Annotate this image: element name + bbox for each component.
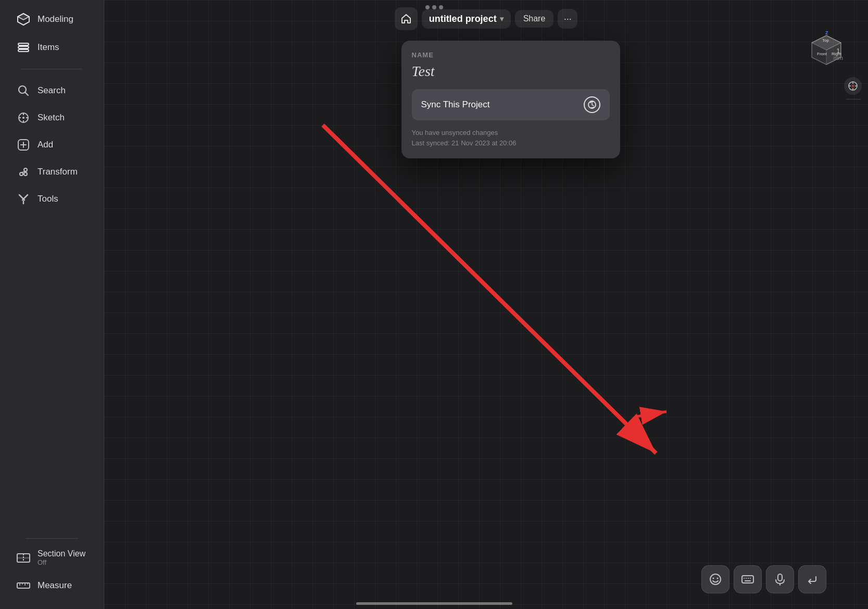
sidebar-label-add: Add (37, 140, 53, 150)
share-button[interactable]: Share (515, 10, 554, 28)
bottom-toolbar (701, 565, 826, 593)
sidebar-label-search: Search (37, 85, 66, 96)
sidebar-label-measure: Measure (37, 580, 72, 591)
sidebar-label-items: Items (37, 42, 59, 53)
svg-point-44 (852, 85, 854, 87)
sidebar-label-modeling: Modeling (37, 14, 73, 24)
mm-unit: mm (834, 55, 843, 61)
svg-line-25 (22, 195, 28, 200)
modeling-icon (16, 11, 31, 27)
sidebar: Modeling Items Search (0, 0, 104, 609)
svg-text:Top: Top (822, 38, 829, 43)
project-title-button[interactable]: untitled project ▾ (422, 9, 511, 29)
sidebar-item-add[interactable]: Add (8, 132, 95, 158)
mm-indicator: 1 mm (834, 47, 843, 61)
section-view-title: Section View (37, 549, 85, 558)
svg-point-50 (713, 578, 714, 579)
name-value: Test (412, 63, 610, 80)
svg-point-20 (20, 172, 23, 176)
project-dropdown: NAME Test Sync This Project You have uns… (401, 41, 620, 158)
sidebar-item-tools[interactable]: Tools (8, 186, 95, 212)
sidebar-item-items[interactable]: Items (8, 34, 95, 60)
sidebar-item-measure[interactable]: Measure (8, 573, 95, 599)
svg-rect-6 (18, 43, 29, 45)
header-center: untitled project ▾ Share ··· (395, 7, 578, 30)
sidebar-divider-bottom (26, 538, 78, 539)
dot-1 (425, 5, 430, 9)
section-view-labels: Section View Off (37, 549, 85, 566)
svg-point-51 (717, 578, 719, 579)
sidebar-label-tools: Tools (37, 194, 58, 204)
sidebar-label-transform: Transform (37, 167, 78, 177)
dot-3 (439, 5, 443, 9)
header: untitled project ▾ Share ··· (104, 0, 868, 38)
name-label: NAME (412, 51, 610, 59)
right-divider (846, 99, 861, 100)
mic-button[interactable] (766, 565, 794, 593)
svg-point-21 (24, 168, 27, 171)
compass-button[interactable] (844, 77, 862, 95)
sync-icon (584, 96, 600, 113)
add-icon (16, 137, 31, 153)
svg-point-16 (22, 117, 24, 119)
sidebar-item-modeling[interactable]: Modeling (8, 6, 95, 32)
project-name: untitled project (429, 14, 497, 24)
sidebar-item-section-view[interactable]: Section View Off (8, 545, 95, 570)
sidebar-divider-top (21, 69, 83, 69)
sync-button[interactable]: Sync This Project (412, 89, 610, 120)
home-button[interactable] (395, 7, 418, 30)
dropdown-chevron-icon: ▾ (500, 15, 504, 23)
transform-icon (16, 164, 31, 180)
more-button[interactable]: ··· (558, 9, 577, 29)
svg-point-22 (24, 172, 27, 176)
share-label: Share (523, 14, 546, 23)
items-icon (16, 40, 31, 55)
sync-status: You have unsynced changes Last synced: 2… (412, 128, 610, 148)
sync-status-line1: You have unsynced changes (412, 128, 610, 138)
sync-label: Sync This Project (421, 100, 490, 110)
svg-rect-7 (18, 46, 29, 48)
sidebar-item-search[interactable]: Search (8, 78, 95, 104)
sidebar-label-sketch: Sketch (37, 113, 65, 123)
sidebar-bottom: Section View Off Measure (0, 530, 104, 609)
return-button[interactable] (798, 565, 826, 593)
more-icon: ··· (564, 14, 572, 24)
sidebar-top: Modeling Items (0, 0, 104, 65)
mm-value: 1 (834, 47, 843, 55)
sidebar-item-sketch[interactable]: Sketch (8, 105, 95, 131)
dot-2 (432, 5, 436, 9)
home-bar (356, 602, 512, 605)
measure-icon (16, 578, 31, 593)
section-view-status: Off (37, 558, 85, 566)
search-icon (16, 83, 31, 98)
section-view-icon (16, 550, 31, 566)
emoji-button[interactable] (701, 565, 729, 593)
svg-rect-52 (742, 576, 753, 583)
keyboard-button[interactable] (734, 565, 762, 593)
svg-marker-5 (18, 14, 29, 20)
svg-text:Front: Front (817, 52, 827, 56)
sync-status-line2: Last synced: 21 Nov 2023 at 20:06 (412, 138, 610, 148)
svg-rect-8 (18, 49, 29, 52)
sidebar-item-transform[interactable]: Transform (8, 159, 95, 185)
sidebar-middle: Search Sketch (0, 73, 104, 216)
tools-icon (16, 191, 31, 207)
svg-rect-58 (778, 574, 782, 581)
svg-point-49 (710, 574, 721, 585)
sketch-icon (16, 110, 31, 126)
svg-line-10 (26, 93, 29, 96)
top-dots (425, 5, 443, 9)
